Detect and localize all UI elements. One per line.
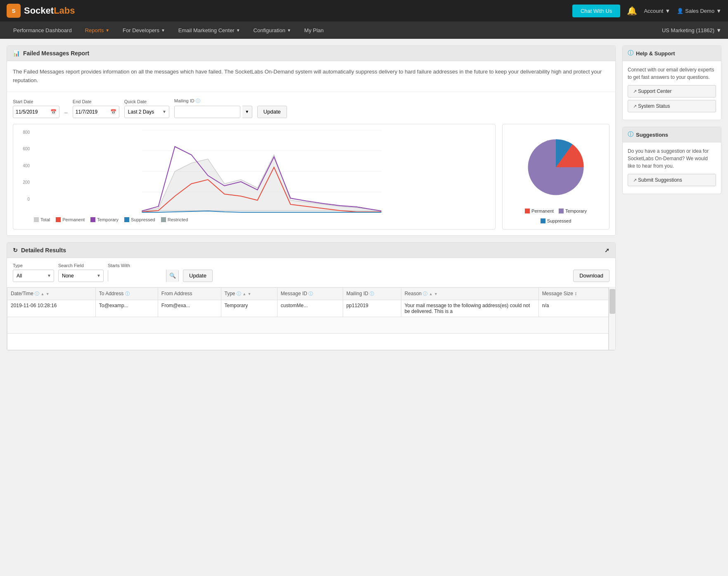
col-resize-handle[interactable]: ↕ xyxy=(574,291,577,296)
search-button[interactable]: 🔍 xyxy=(166,270,178,282)
configuration-arrow: ▼ xyxy=(287,28,291,33)
reason-sort-down-icon[interactable]: ▼ xyxy=(434,292,438,296)
quick-date-label: Quick Date xyxy=(124,99,169,104)
reason-help-icon: ⓘ xyxy=(423,291,427,296)
legend-restricted-dot xyxy=(161,217,166,222)
search-field-group: Search Field None To Address From Addres… xyxy=(58,263,104,282)
help-description: Connect with our email delivery experts … xyxy=(628,66,716,81)
start-date-group: Start Date 📅 xyxy=(13,99,59,118)
reason-sort-icon[interactable]: ▲ xyxy=(429,292,433,296)
table-row-empty-2 xyxy=(7,333,609,350)
external-link-icon[interactable]: ➚ xyxy=(605,247,609,254)
search-field-select[interactable]: None To Address From Address Message ID … xyxy=(58,270,104,282)
line-chart-svg: 11-05 0h 11-05 12h 11-06 0h 11-06 12h 11… xyxy=(34,130,489,213)
suggestions-title: Suggestions xyxy=(636,132,668,138)
scrollbar[interactable] xyxy=(609,287,615,350)
legend-temporary: Temporary xyxy=(90,217,119,222)
support-center-button[interactable]: ↗ Support Center xyxy=(628,85,716,97)
sidebar: ⓘ Help & Support Connect with our email … xyxy=(622,45,721,351)
type-filter-group: Type All Permanent Temporary Suppressed … xyxy=(13,263,54,282)
col-message-size: Message Size ↕ xyxy=(538,287,608,300)
nav-configuration[interactable]: Configuration ▼ xyxy=(247,21,298,39)
legend-temporary-dot xyxy=(90,217,95,222)
table-update-button[interactable]: Update xyxy=(183,270,213,282)
start-date-input[interactable] xyxy=(16,109,49,115)
pie-chart-card: Permanent Temporary Suppressed xyxy=(502,124,609,230)
col-mailing-id: Mailing ID ⓘ xyxy=(343,287,401,300)
cell-type: Temporary xyxy=(221,300,277,317)
cell-message-size: n/a xyxy=(538,300,608,317)
cell-to-address: To@examp... xyxy=(95,300,158,317)
start-date-input-wrap[interactable]: 📅 xyxy=(13,106,59,118)
update-button[interactable]: Update xyxy=(257,106,287,118)
mailing-id-input[interactable] xyxy=(174,106,240,118)
pie-legend-suppressed: Suppressed xyxy=(541,218,571,223)
legend-total-dot xyxy=(34,217,39,222)
datetime-sort-down-icon[interactable]: ▼ xyxy=(46,292,50,296)
submit-suggestions-button[interactable]: ↗ Submit Suggestions xyxy=(628,174,716,186)
legend-permanent-dot xyxy=(56,217,61,222)
bell-icon[interactable]: 🔔 xyxy=(627,6,637,16)
charts-row: 800 600 400 200 0 xyxy=(7,124,615,235)
nav-performance[interactable]: Performance Dashboard xyxy=(7,21,78,39)
svg-marker-7 xyxy=(142,155,382,211)
search-field-label: Search Field xyxy=(58,263,104,268)
nav-developers[interactable]: For Developers ▼ xyxy=(116,21,172,39)
col-reason: Reason ⓘ ▲ ▼ xyxy=(401,287,538,300)
chart-svg-container: 11-05 0h 11-05 12h 11-06 0h 11-06 12h 11… xyxy=(34,130,489,214)
type-select[interactable]: All Permanent Temporary Suppressed Restr… xyxy=(13,270,54,282)
logo-icon: S xyxy=(7,4,21,18)
suggestions-header: ⓘ Suggestions xyxy=(623,127,721,142)
help-support-header: ⓘ Help & Support xyxy=(623,46,721,61)
mailing-id-dropdown-btn[interactable]: ▼ xyxy=(242,106,252,118)
email-marketing-arrow: ▼ xyxy=(236,28,240,33)
account-button[interactable]: Account ▼ xyxy=(644,8,670,14)
starts-with-input[interactable] xyxy=(108,270,166,282)
user-button[interactable]: 👤 Sales Demo ▼ xyxy=(677,8,721,14)
pie-legend-temporary: Temporary xyxy=(559,209,587,213)
logo-text: SocketLabs xyxy=(24,5,75,16)
main-content: 📊 Failed Messages Report The Failed Mess… xyxy=(0,39,728,357)
col-datetime: Date/Time ⓘ ▲ ▼ xyxy=(7,287,96,300)
nav-my-plan[interactable]: My Plan xyxy=(298,21,330,39)
type-sort-icon[interactable]: ▲ xyxy=(242,292,246,296)
quick-date-group: Quick Date Last 2 Days Last 7 Days Last … xyxy=(124,99,169,118)
download-button[interactable]: Download xyxy=(573,270,609,282)
reports-arrow: ▼ xyxy=(105,28,109,33)
scrollbar-thumb[interactable] xyxy=(609,289,615,314)
chart-legend: Total Permanent Temporary Suppresse xyxy=(34,217,489,222)
datetime-sort-icon[interactable]: ▲ xyxy=(41,292,45,296)
nav-left: Performance Dashboard Reports ▼ For Deve… xyxy=(7,21,330,39)
type-label: Type xyxy=(13,263,54,268)
detailed-results-title: Detailed Results xyxy=(21,247,66,254)
legend-suppressed-dot xyxy=(124,217,129,222)
detailed-results-card: ↻ Detailed Results ➚ Type All Permanent … xyxy=(7,242,616,351)
cell-mailing-id: pp112019 xyxy=(343,300,401,317)
end-date-input[interactable] xyxy=(76,109,109,115)
chat-button[interactable]: Chat With Us xyxy=(572,5,621,17)
starts-with-group: Starts With 🔍 xyxy=(108,263,179,282)
cell-datetime: 2019-11-06 10:28:16 xyxy=(7,300,96,317)
cell-reason: Your mail message to the following addre… xyxy=(401,300,538,317)
mailing-id-table-help-icon: ⓘ xyxy=(370,291,374,296)
starts-with-input-wrap: 🔍 xyxy=(108,270,179,282)
system-status-button[interactable]: ↗ System Status xyxy=(628,100,716,112)
nav-reports[interactable]: Reports ▼ xyxy=(78,21,116,39)
starts-with-label: Starts With xyxy=(108,263,179,268)
help-support-card: ⓘ Help & Support Connect with our email … xyxy=(622,45,721,120)
submit-suggestions-link-icon: ↗ xyxy=(633,178,638,183)
report-card-header: 📊 Failed Messages Report xyxy=(7,46,615,61)
col-to-address: To Address ⓘ xyxy=(95,287,158,300)
quick-date-select[interactable]: Last 2 Days Last 7 Days Last 30 Days Cus… xyxy=(124,106,169,118)
end-date-input-wrap[interactable]: 📅 xyxy=(73,106,119,118)
mailing-id-group: Mailing ID ⓘ ▼ xyxy=(174,98,252,118)
nav-email-marketing[interactable]: Email Marketing Center ▼ xyxy=(172,21,247,39)
help-support-title: Help & Support xyxy=(636,50,675,57)
legend-suppressed: Suppressed xyxy=(124,217,155,222)
developers-arrow: ▼ xyxy=(161,28,165,33)
mailing-id-label: Mailing ID ⓘ xyxy=(174,98,252,104)
report-description: The Failed Messages report provides info… xyxy=(7,61,615,92)
logo: S SocketLabs xyxy=(7,4,75,18)
failed-messages-report-card: 📊 Failed Messages Report The Failed Mess… xyxy=(7,45,616,236)
type-sort-down-icon[interactable]: ▼ xyxy=(248,292,251,296)
